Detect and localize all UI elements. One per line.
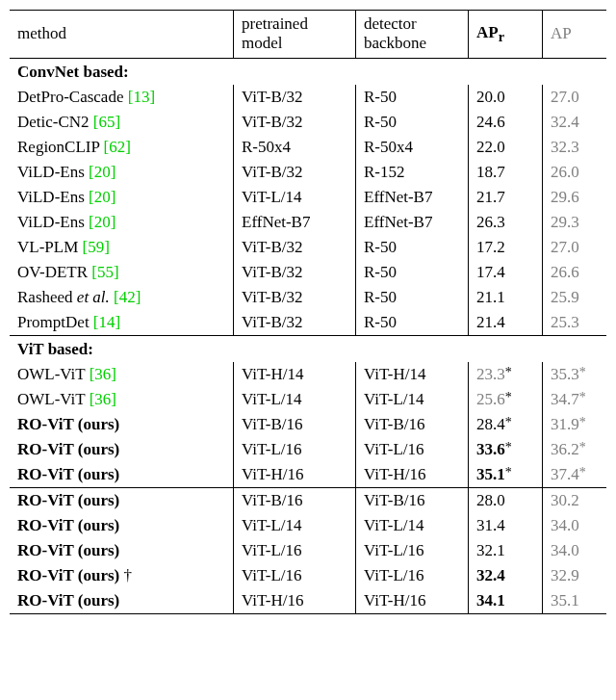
ap-cell: 25.9 — [543, 285, 607, 310]
method-cell: OWL-ViT [36] — [10, 387, 234, 412]
ap-cell: 29.3 — [543, 210, 607, 235]
citation[interactable]: [62] — [104, 138, 131, 156]
ap-cell: 29.6 — [543, 185, 607, 210]
ap-cell: 36.2* — [543, 437, 607, 462]
backbone-cell: ViT-L/14 — [356, 387, 469, 412]
pretrained-cell: ViT-L/16 — [234, 437, 356, 462]
section-vit: ViT based: — [10, 335, 606, 362]
backbone-cell: R-50 — [356, 260, 469, 285]
ap-cell: 26.6 — [543, 260, 607, 285]
ap-cell: 30.2 — [543, 487, 607, 513]
method-cell: RO-ViT (ours) — [10, 462, 234, 488]
apr-cell: 31.4 — [469, 513, 543, 538]
backbone-cell: ViT-L/16 — [356, 563, 469, 588]
method-cell: RO-ViT (ours) — [10, 487, 234, 513]
method-cell: OV-DETR [55] — [10, 260, 234, 285]
backbone-cell: ViT-L/16 — [356, 437, 469, 462]
ap-cell: 27.0 — [543, 85, 607, 110]
table-row: RO-ViT (ours)ViT-H/16ViT-H/1635.1*37.4* — [10, 462, 606, 488]
method-cell: VL-PLM [59] — [10, 235, 234, 260]
method-cell: DetPro-Cascade [13] — [10, 85, 234, 110]
citation[interactable]: [20] — [89, 163, 116, 181]
apr-cell: 17.2 — [469, 235, 543, 260]
method-cell: ViLD-Ens [20] — [10, 210, 234, 235]
pretrained-cell: ViT-L/16 — [234, 563, 356, 588]
table-row: ViLD-Ens [20]ViT-B/32R-15218.726.0 — [10, 160, 606, 185]
method-cell: RO-ViT (ours) † — [10, 563, 234, 588]
table-row: VL-PLM [59]ViT-B/32R-5017.227.0 — [10, 235, 606, 260]
table-row: RO-ViT (ours)ViT-L/16ViT-L/1633.6*36.2* — [10, 437, 606, 462]
method-cell: RO-ViT (ours) — [10, 513, 234, 538]
ap-cell: 26.0 — [543, 160, 607, 185]
pretrained-cell: ViT-L/14 — [234, 513, 356, 538]
ap-cell: 32.3 — [543, 135, 607, 160]
pretrained-cell: ViT-B/32 — [234, 160, 356, 185]
apr-cell: 18.7 — [469, 160, 543, 185]
citation[interactable]: [42] — [114, 288, 141, 306]
ap-cell: 35.3* — [543, 362, 607, 387]
backbone-cell: ViT-H/16 — [356, 588, 469, 614]
pretrained-cell: R-50x4 — [234, 135, 356, 160]
backbone-cell: R-50 — [356, 310, 469, 336]
apr-cell: 28.0 — [469, 487, 543, 513]
citation[interactable]: [59] — [83, 238, 110, 256]
pretrained-cell: ViT-B/32 — [234, 310, 356, 336]
backbone-cell: R-50 — [356, 285, 469, 310]
pretrained-cell: ViT-B/16 — [234, 487, 356, 513]
backbone-cell: ViT-B/16 — [356, 487, 469, 513]
citation[interactable]: [20] — [89, 188, 116, 206]
method-cell: Rasheed et al. [42] — [10, 285, 234, 310]
method-cell: OWL-ViT [36] — [10, 362, 234, 387]
apr-cell: 21.4 — [469, 310, 543, 336]
citation[interactable]: [14] — [93, 313, 120, 331]
method-cell: RegionCLIP [62] — [10, 135, 234, 160]
pretrained-cell: ViT-L/14 — [234, 387, 356, 412]
citation[interactable]: [36] — [90, 390, 116, 408]
pretrained-cell: ViT-B/32 — [234, 110, 356, 135]
method-cell: ViLD-Ens [20] — [10, 160, 234, 185]
apr-cell: 21.7 — [469, 185, 543, 210]
table-row: OWL-ViT [36]ViT-H/14ViT-H/1423.3*35.3* — [10, 362, 606, 387]
pretrained-cell: ViT-L/16 — [234, 538, 356, 563]
col-method: method — [10, 11, 234, 59]
citation[interactable]: [13] — [128, 88, 155, 106]
ap-cell: 27.0 — [543, 235, 607, 260]
method-cell: RO-ViT (ours) — [10, 538, 234, 563]
results-table: method pretrained model detector backbon… — [10, 10, 606, 614]
pretrained-cell: ViT-L/14 — [234, 185, 356, 210]
pretrained-cell: ViT-H/16 — [234, 462, 356, 488]
method-cell: RO-ViT (ours) — [10, 588, 234, 614]
pretrained-cell: EffNet-B7 — [234, 210, 356, 235]
method-cell: RO-ViT (ours) — [10, 412, 234, 437]
backbone-cell: ViT-B/16 — [356, 412, 469, 437]
citation[interactable]: [55] — [91, 263, 118, 281]
pretrained-cell: ViT-B/32 — [234, 260, 356, 285]
pretrained-cell: ViT-B/32 — [234, 235, 356, 260]
backbone-cell: ViT-L/14 — [356, 513, 469, 538]
table-row: RO-ViT (ours) †ViT-L/16ViT-L/1632.432.9 — [10, 563, 606, 588]
table-row: RO-ViT (ours)ViT-L/14ViT-L/1431.434.0 — [10, 513, 606, 538]
ap-cell: 32.9 — [543, 563, 607, 588]
col-ap: AP — [543, 11, 607, 59]
apr-cell: 25.6* — [469, 387, 543, 412]
ap-cell: 34.0 — [543, 538, 607, 563]
table-row: RegionCLIP [62]R-50x4R-50x422.032.3 — [10, 135, 606, 160]
section-convnet: ConvNet based: — [10, 58, 606, 85]
apr-cell: 20.0 — [469, 85, 543, 110]
table-row: ViLD-Ens [20]EffNet-B7EffNet-B726.329.3 — [10, 210, 606, 235]
citation[interactable]: [36] — [90, 365, 116, 383]
ap-cell: 34.7* — [543, 387, 607, 412]
table-row: RO-ViT (ours)ViT-B/16ViT-B/1628.030.2 — [10, 487, 606, 513]
ap-cell: 35.1 — [543, 588, 607, 614]
citation[interactable]: [65] — [93, 113, 120, 131]
table-row: OWL-ViT [36]ViT-L/14ViT-L/1425.6*34.7* — [10, 387, 606, 412]
backbone-cell: ViT-H/14 — [356, 362, 469, 387]
method-cell: PromptDet [14] — [10, 310, 234, 336]
apr-cell: 28.4* — [469, 412, 543, 437]
citation[interactable]: [20] — [89, 213, 116, 231]
backbone-cell: ViT-L/16 — [356, 538, 469, 563]
table-row: OV-DETR [55]ViT-B/32R-5017.426.6 — [10, 260, 606, 285]
backbone-cell: R-152 — [356, 160, 469, 185]
apr-cell: 33.6* — [469, 437, 543, 462]
pretrained-cell: ViT-B/16 — [234, 412, 356, 437]
